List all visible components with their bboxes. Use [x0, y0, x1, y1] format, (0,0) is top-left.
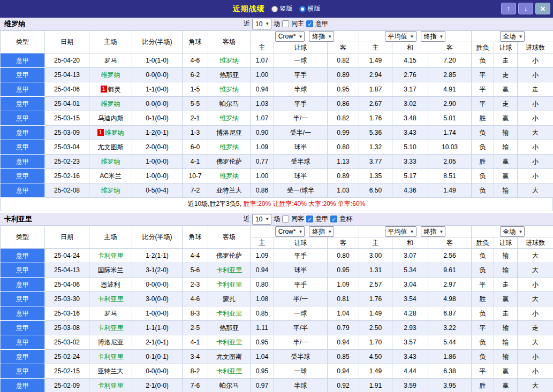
- close-button[interactable]: ×: [535, 3, 550, 14]
- radio-horizontal-layout[interactable]: 横版: [299, 4, 321, 13]
- odds-away-cell: 0.79: [328, 321, 359, 335]
- final-odds-select[interactable]: 终指▼: [309, 31, 334, 42]
- odds-group-header: Crow*▼终指▼: [251, 31, 359, 42]
- result-winloss-cell: 平: [472, 278, 494, 292]
- average-select[interactable]: 平均值▼: [385, 31, 416, 42]
- league-cell: 意甲: [1, 321, 45, 335]
- handicap-cell: 球半: [274, 140, 328, 155]
- away-team-cell: 帕尔马: [208, 379, 251, 392]
- home-team-cell: 亚特兰大: [89, 364, 132, 379]
- result-handicap-cell: 走: [494, 97, 518, 111]
- scope-select[interactable]: 全场▼: [500, 31, 525, 42]
- odds-away-cell: 1.13: [328, 155, 359, 169]
- odds-home-cell: 1.07: [251, 53, 274, 68]
- odds-group-selects: 全场▼: [472, 31, 553, 42]
- odds-source-select[interactable]: Crow*▼: [275, 31, 305, 42]
- handicap-cell: 平手: [274, 97, 328, 111]
- away-team-name: 卡利亚里: [216, 281, 242, 288]
- chevron-down-icon: ▼: [519, 34, 523, 39]
- home-team-name: 维罗纳: [105, 129, 124, 136]
- filter-checkbox[interactable]: [282, 216, 289, 222]
- recent-count-select[interactable]: 10▼: [252, 214, 271, 225]
- result-handicap-cell: 赢: [494, 379, 518, 392]
- avg-draw-cell: 3.43: [392, 126, 428, 140]
- column-header: 类型: [1, 226, 45, 249]
- home-team-cell: 国际米兰: [89, 263, 132, 278]
- chevron-down-icon: ▼: [410, 34, 414, 39]
- date-cell: 25-03-09: [45, 126, 89, 140]
- radio-vertical-layout[interactable]: 竖版: [271, 4, 293, 13]
- score-cell: 0-0(0-0): [132, 364, 183, 379]
- league-cell: 意甲: [1, 364, 45, 379]
- final-odds-select[interactable]: 终指▼: [421, 31, 446, 42]
- result-handicap-cell: 赢: [494, 82, 518, 97]
- results-table: 类型日期主场比分(半场)角球客场Crow*▼终指▼平均值▼终指▼全场▼主让球客主…: [0, 30, 553, 198]
- scroll-down-button[interactable]: ↓: [518, 3, 533, 14]
- score-cell: 2-1(0-1): [132, 335, 183, 350]
- result-handicap-cell: 走: [494, 68, 518, 82]
- corners-cell: 1-3: [183, 126, 208, 140]
- column-header: 比分(半场): [132, 226, 183, 249]
- handicap-cell: 半球: [274, 82, 328, 97]
- result-goals-cell: 大: [518, 379, 553, 392]
- sub-column-header: 进球数: [518, 237, 553, 249]
- score-cell: 1-2(1-1): [132, 249, 183, 263]
- recent-results-popup: 近期战绩 竖版 横版 ↑ ↓ × 维罗纳近10▼场同主✓意甲类型日期主场比分(半…: [0, 0, 553, 392]
- handicap-cell: 平手: [274, 68, 328, 82]
- table-row: 意甲25-04-06恩波利0-0(0-0)2-3卡利亚里0.80平手1.092.…: [1, 278, 553, 292]
- handicap-cell: 平/半: [274, 321, 328, 335]
- score-cell: 1-2(0-1): [132, 126, 183, 140]
- radio-icon[interactable]: [299, 6, 306, 12]
- scroll-up-button[interactable]: ↑: [501, 3, 516, 14]
- handicap-cell: 半/一: [274, 292, 328, 306]
- handicap-cell: 球半: [274, 263, 328, 278]
- result-goals-cell: 小: [518, 68, 553, 82]
- away-team-name: 博洛尼亚: [216, 129, 242, 136]
- score-cell: 2-1(0-0): [132, 379, 183, 392]
- handicap-cell: 球半: [274, 169, 328, 183]
- scope-select[interactable]: 全场▼: [500, 226, 525, 237]
- odds-home-cell: 1.00: [251, 68, 274, 82]
- filter-checkbox[interactable]: ✓: [306, 216, 313, 222]
- chevron-down-icon: ▼: [265, 217, 269, 221]
- table-row: 意甲25-03-02博洛尼亚2-1(0-1)4-1卡利亚里0.95半/一0.94…: [1, 335, 553, 350]
- avg-draw-cell: 5.17: [392, 169, 428, 183]
- result-handicap-cell: 输: [494, 183, 518, 198]
- away-team-name: 热那亚: [219, 71, 239, 79]
- result-winloss-cell: 负: [472, 169, 494, 183]
- radio-vertical-label: 竖版: [280, 4, 293, 13]
- chevron-down-icon: ▼: [440, 229, 444, 234]
- odds-away-cell: 0.80: [328, 140, 359, 155]
- table-row: 意甲25-02-09卡利亚里2-1(0-0)7-6帕尔马0.97半球0.921.…: [1, 379, 553, 392]
- column-header: 主场: [89, 31, 132, 53]
- avg-away-cell: 6.87: [428, 306, 472, 321]
- average-select[interactable]: 平均值▼: [385, 226, 416, 237]
- radio-icon[interactable]: [271, 6, 278, 12]
- odds-home-cell: 0.95: [251, 335, 274, 350]
- result-goals-cell: 小: [518, 97, 553, 111]
- avg-home-cell: 3.77: [359, 155, 392, 169]
- sub-column-header: 胜负: [472, 42, 494, 53]
- recent-count-select[interactable]: 10▼: [252, 19, 271, 29]
- odds-home-cell: 0.94: [251, 263, 274, 278]
- score-cell: 0-0(0-0): [132, 278, 183, 292]
- home-team-name: 维罗纳: [101, 100, 120, 107]
- filter-checkbox[interactable]: [282, 20, 289, 27]
- table-row: 意甲25-03-091维罗纳1-2(0-1)1-3博洛尼亚0.90受半/一0.9…: [1, 126, 553, 140]
- odds-source-select[interactable]: Crow*▼: [275, 226, 305, 237]
- result-goals-cell: 走: [518, 321, 553, 335]
- final-odds-select[interactable]: 终指▼: [421, 226, 446, 237]
- home-team-cell: 维罗纳: [89, 183, 132, 198]
- home-team-cell: 乌迪内斯: [89, 111, 132, 126]
- avg-away-cell: 4.91: [428, 82, 472, 97]
- filter-label: 意甲: [315, 214, 328, 224]
- recent-count-select-value: 10: [255, 216, 262, 223]
- avg-home-cell: 1.31: [359, 263, 392, 278]
- date-cell: 25-02-16: [45, 169, 89, 183]
- final-odds-select[interactable]: 终指▼: [309, 226, 334, 237]
- chevron-down-icon: ▼: [440, 34, 444, 39]
- away-team-cell: 维罗纳: [208, 169, 251, 183]
- filter-checkbox[interactable]: ✓: [306, 20, 313, 27]
- filter-checkbox[interactable]: ✓: [330, 216, 337, 222]
- sub-column-header: 和: [392, 42, 428, 53]
